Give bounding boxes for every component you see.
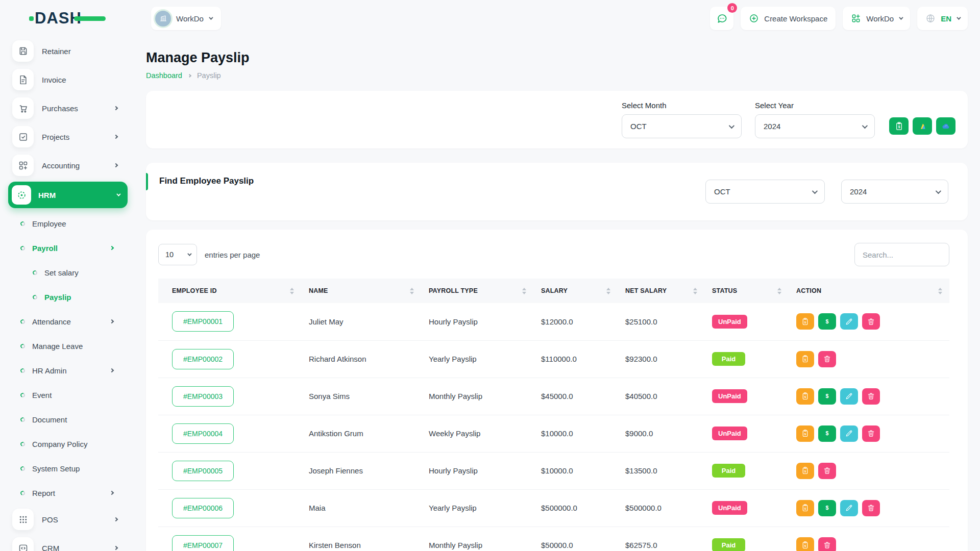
- sort-icon: [290, 288, 294, 294]
- sidebar-item-accounting[interactable]: Accounting: [0, 151, 138, 180]
- find-year-select[interactable]: 2024: [841, 180, 948, 204]
- payslip-button[interactable]: $: [796, 351, 814, 367]
- employee-id-badge[interactable]: #EMP00003: [172, 386, 234, 407]
- month-select-value: OCT: [630, 122, 647, 131]
- delete-button[interactable]: [818, 537, 836, 551]
- employee-id-badge[interactable]: #EMP00001: [172, 311, 234, 332]
- delete-button[interactable]: [818, 463, 836, 479]
- app-menu-button[interactable]: WorkDo: [843, 7, 910, 30]
- sidebar-item-system-setup[interactable]: System Setup: [0, 456, 138, 481]
- delete-button[interactable]: [862, 425, 880, 442]
- delete-button[interactable]: [862, 388, 880, 405]
- payslip-button[interactable]: $: [796, 463, 814, 479]
- entries-per-page-label: entries per page: [205, 251, 260, 259]
- column-header-payroll-type[interactable]: PAYROLL TYPE: [421, 279, 533, 303]
- breadcrumb-dashboard-link[interactable]: Dashboard: [146, 71, 182, 80]
- sidebar-item-hrm[interactable]: HRM: [8, 182, 128, 208]
- workspace-switcher[interactable]: WorkDo: [151, 7, 221, 30]
- column-header-net-salary[interactable]: NET SALARY: [618, 279, 704, 303]
- sidebar-item-company-policy[interactable]: Company Policy: [0, 432, 138, 456]
- svg-text:$: $: [826, 505, 829, 511]
- entries-per-page-select[interactable]: 10: [158, 244, 197, 265]
- employee-name: Antikstion Grum: [301, 415, 421, 452]
- edit-button[interactable]: [840, 425, 858, 442]
- create-workspace-button[interactable]: Create Workspace: [741, 7, 836, 30]
- bullet-icon: [20, 318, 26, 324]
- sidebar-item-retainer[interactable]: Retainer: [0, 37, 138, 65]
- pencil-icon: [845, 317, 853, 326]
- row-actions: $: [796, 463, 949, 479]
- employee-id-badge[interactable]: #EMP00007: [172, 535, 234, 551]
- month-select[interactable]: OCT: [622, 114, 742, 138]
- sidebar-item-label: Employee: [32, 219, 66, 228]
- employee-id-badge[interactable]: #EMP00005: [172, 461, 234, 481]
- payslip-filter-card: Select Month OCT Select Year 2024 $: [146, 91, 968, 148]
- sidebar-item-purchases[interactable]: Purchases: [0, 94, 138, 122]
- language-selector[interactable]: EN: [917, 7, 968, 30]
- sidebar-item-attendance[interactable]: Attendance: [0, 309, 138, 334]
- sidebar-item-event[interactable]: Event: [0, 383, 138, 407]
- sidebar-item-hr-admin[interactable]: HR Admin: [0, 358, 138, 383]
- find-month-select[interactable]: OCT: [705, 180, 825, 204]
- chevron-down-icon: [209, 15, 213, 19]
- payslip-button[interactable]: $: [796, 500, 814, 516]
- sidebar-item-crm[interactable]: CRM: [0, 534, 138, 551]
- column-header-action[interactable]: ACTION: [789, 279, 949, 303]
- payslip-button[interactable]: $: [796, 313, 814, 330]
- column-header-label: PAYROLL TYPE: [429, 287, 478, 294]
- grid-plus-icon: [851, 13, 861, 23]
- table-controls: 10 entries per page: [158, 243, 949, 266]
- employee-id-badge[interactable]: #EMP00004: [172, 423, 234, 444]
- edit-button[interactable]: [840, 500, 858, 516]
- year-select[interactable]: 2024: [755, 114, 875, 138]
- edit-button[interactable]: [840, 388, 858, 405]
- sidebar-item-manage-leave[interactable]: Manage Leave: [0, 334, 138, 358]
- sidebar-item-projects[interactable]: Projects: [0, 122, 138, 151]
- salary-value: $500000.0: [533, 489, 618, 527]
- row-actions: $: [796, 351, 949, 367]
- search-input[interactable]: [854, 243, 949, 266]
- chevron-down-icon: [899, 15, 903, 19]
- pay-button[interactable]: $: [818, 313, 836, 330]
- sidebar-item-invoice[interactable]: Invoice: [0, 65, 138, 94]
- drive-export-button[interactable]: [913, 117, 932, 135]
- payslip-button[interactable]: $: [796, 537, 814, 551]
- cloud-export-button[interactable]: [936, 117, 955, 135]
- sidebar-item-pos[interactable]: POS: [0, 505, 138, 534]
- sidebar-item-report[interactable]: Report: [0, 481, 138, 505]
- sidebar-item-set-salary[interactable]: Set salary: [0, 260, 138, 285]
- delete-button[interactable]: [862, 313, 880, 330]
- bullet-icon: [20, 465, 26, 471]
- column-header-label: ACTION: [796, 287, 821, 294]
- payslip-export-button[interactable]: $: [889, 117, 909, 135]
- messages-button[interactable]: 0: [710, 7, 733, 30]
- select-year-label: Select Year: [755, 101, 875, 110]
- pay-button[interactable]: $: [818, 425, 836, 442]
- brand-logo[interactable]: DASH: [35, 8, 111, 29]
- sidebar-item-label: Attendance: [32, 317, 71, 326]
- sidebar-item-label: Payslip: [44, 293, 71, 302]
- pay-button[interactable]: $: [818, 388, 836, 405]
- pay-button[interactable]: $: [818, 500, 836, 516]
- column-header-salary[interactable]: SALARY: [533, 279, 618, 303]
- sidebar-item-payroll[interactable]: Payroll: [0, 236, 138, 260]
- column-header-status[interactable]: STATUS: [704, 279, 789, 303]
- net-salary-value: $40500.0: [618, 378, 704, 415]
- payslip-button[interactable]: $: [796, 388, 814, 405]
- employee-id-badge[interactable]: #EMP00006: [172, 498, 234, 518]
- payslip-button[interactable]: $: [796, 425, 814, 442]
- sidebar-item-document[interactable]: Document: [0, 407, 138, 432]
- sidebar-item-employee[interactable]: Employee: [0, 211, 138, 236]
- delete-button[interactable]: [818, 351, 836, 367]
- edit-button[interactable]: [840, 313, 858, 330]
- sidebar-item-payslip[interactable]: Payslip: [0, 285, 138, 309]
- table-row: #EMP00006 Maia Yearly Payslip $500000.0 …: [158, 489, 949, 527]
- delete-button[interactable]: [862, 500, 880, 516]
- sort-icon: [606, 288, 610, 294]
- status-badge: UnPaid: [712, 501, 747, 515]
- table-row: #EMP00007 Kirsten Benson Monthly Payslip…: [158, 527, 949, 551]
- column-header-name[interactable]: NAME: [301, 279, 421, 303]
- employee-id-badge[interactable]: #EMP00002: [172, 349, 234, 369]
- column-header-employee-id[interactable]: EMPLOYEE ID: [158, 279, 301, 303]
- bullet-icon: [20, 490, 26, 496]
